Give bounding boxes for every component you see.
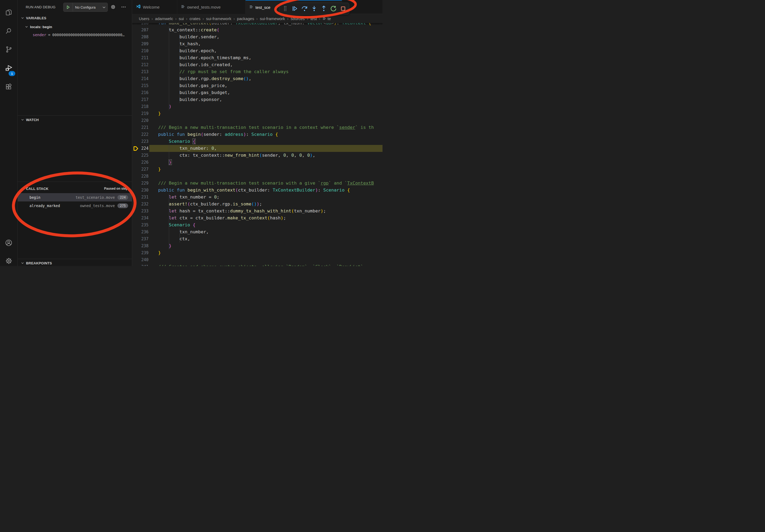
breadcrumb-item[interactable]: sui-framework — [206, 16, 231, 21]
move-file-icon — [181, 5, 185, 10]
line-number[interactable]: 226 — [132, 159, 149, 166]
line-number[interactable]: 238 — [132, 242, 149, 249]
variable-value: 0000000000000000000000000000000… — [52, 33, 125, 37]
sidebar-item-source-control[interactable] — [0, 43, 17, 57]
code-line: 225 ctx: tx_context::new_from_hint(sende… — [132, 152, 382, 159]
start-debug-button[interactable] — [64, 3, 73, 12]
line-number[interactable]: 211 — [132, 54, 149, 61]
restart-button[interactable] — [329, 4, 338, 13]
code-line: 228 — [132, 173, 382, 180]
code-line: 214 builder.rgp.destroy_some(), — [132, 75, 382, 82]
line-content: builder.rgp.destroy_some(), — [149, 75, 252, 82]
line-number[interactable]: 237 — [132, 235, 149, 242]
section-variables[interactable]: VARIABLES — [18, 15, 132, 21]
line-number[interactable]: 225 — [132, 152, 149, 159]
line-number[interactable]: 213 — [132, 68, 149, 75]
line-number[interactable]: 240 — [132, 256, 149, 263]
line-content: /// Begin a new multi-transaction test s… — [149, 180, 374, 187]
search-icon — [5, 27, 12, 36]
code-line: 211 builder.epoch_timestamp_ms, — [132, 54, 382, 61]
line-content: /// Begin a new multi-transaction test s… — [149, 124, 374, 131]
continue-button[interactable] — [291, 4, 299, 13]
line-number[interactable]: 220 — [132, 117, 149, 124]
line-number[interactable]: 230 — [132, 187, 149, 194]
call-stack-frame[interactable]: already_marked owned_tests.move 275 — [18, 201, 132, 210]
code-line: 220 — [132, 117, 382, 124]
step-over-button[interactable] — [300, 4, 309, 13]
section-breakpoints[interactable]: BREAKPOINTS — [18, 260, 132, 266]
section-call-stack[interactable]: CALL STACK Paused on step — [18, 185, 132, 192]
sidebar-item-explorer[interactable] — [0, 6, 17, 20]
frame-line-badge: 224 — [117, 195, 128, 200]
line-number[interactable]: 222 — [132, 131, 149, 138]
line-number[interactable]: 217 — [132, 96, 149, 103]
line-number[interactable]: 236 — [132, 228, 149, 235]
debug-settings-button[interactable] — [110, 4, 116, 10]
sidebar-item-search[interactable] — [0, 24, 17, 38]
line-number[interactable]: 228 — [132, 173, 149, 180]
line-number[interactable]: 232 — [132, 201, 149, 208]
debug-config-dropdown[interactable]: No Configura — [63, 3, 108, 12]
breadcrumb-separator: › — [319, 16, 320, 21]
breadcrumb-item[interactable]: test — [311, 16, 317, 21]
step-out-button[interactable] — [320, 4, 328, 13]
settings-button[interactable] — [0, 254, 17, 266]
code-line: 234 let ctx = ctx_builder.make_tx_contex… — [132, 215, 382, 221]
code-line: 219} — [132, 110, 382, 117]
line-number[interactable]: 229 — [132, 180, 149, 187]
line-content: // rgp must be set from the caller alway… — [149, 68, 289, 75]
line-number[interactable]: 207 — [132, 27, 149, 34]
code-line: 239} — [132, 249, 382, 256]
breadcrumb-item[interactable]: sui — [179, 16, 184, 21]
section-watch[interactable]: WATCH — [18, 117, 132, 123]
variable-name: sender — [33, 33, 46, 37]
line-number[interactable]: 210 — [132, 47, 149, 54]
toolbar-drag-handle[interactable] — [281, 4, 290, 13]
line-number[interactable]: 208 — [132, 34, 149, 40]
line-number[interactable]: 212 — [132, 61, 149, 68]
line-number[interactable]: 231 — [132, 194, 149, 201]
line-content: let hash = tx_context::dummy_tx_hash_wit… — [149, 208, 326, 215]
debug-stop-icon — [340, 5, 346, 12]
line-number[interactable]: 215 — [132, 82, 149, 89]
line-number[interactable]: 241 — [132, 263, 149, 266]
line-number[interactable]: 216 — [132, 89, 149, 96]
call-stack-frame[interactable]: begin test_scenario.move 224 — [18, 193, 132, 201]
line-number[interactable]: 214 — [132, 75, 149, 82]
breadcrumb-item[interactable]: sources — [291, 16, 305, 21]
code-line: 221/// Begin a new multi-transaction tes… — [132, 124, 382, 131]
line-number[interactable]: 235 — [132, 221, 149, 228]
views-more-actions-button[interactable] — [121, 4, 127, 10]
variable-row[interactable]: sender = 0000000000000000000000000000000… — [18, 31, 147, 38]
explorer-icon — [5, 9, 12, 17]
paused-on-step-icon — [133, 146, 139, 151]
line-number[interactable]: 233 — [132, 208, 149, 215]
tab-welcome[interactable]: Welcome — [132, 0, 177, 14]
move-file-icon — [249, 5, 253, 10]
tab-owned-tests[interactable]: owned_tests.move — [177, 0, 246, 14]
sidebar-item-extensions[interactable] — [0, 80, 17, 94]
line-number[interactable]: 209 — [132, 40, 149, 47]
breadcrumb-item[interactable]: packages — [237, 16, 254, 21]
account-button[interactable] — [0, 236, 17, 250]
line-number[interactable]: 227 — [132, 166, 149, 173]
line-number[interactable]: 221 — [132, 124, 149, 131]
step-into-button[interactable] — [310, 4, 319, 13]
line-number[interactable]: 219 — [132, 110, 149, 117]
breadcrumb-item[interactable]: sui-framework — [260, 16, 285, 21]
sidebar-item-run-and-debug[interactable]: 1 — [0, 62, 17, 76]
line-number[interactable]: 218 — [132, 103, 149, 110]
breadcrumb-separator: › — [152, 16, 153, 21]
breadcrumb-item[interactable]: Users — [139, 16, 149, 21]
code-editor[interactable]: 206fun make_tx_context(builder: TxContex… — [132, 23, 382, 266]
variables-scope-row[interactable]: locals: begin — [18, 23, 139, 30]
chevron-down-icon — [21, 16, 24, 20]
stop-button[interactable] — [339, 4, 348, 13]
line-number[interactable]: 223 — [132, 138, 149, 145]
breadcrumb-item[interactable]: crates — [190, 16, 201, 21]
line-number[interactable]: 234 — [132, 215, 149, 221]
pause-status: Paused on step — [104, 187, 128, 190]
line-number[interactable]: 239 — [132, 249, 149, 256]
breadcrumb-item[interactable]: adamwelc — [155, 16, 173, 21]
breadcrumb-item[interactable]: te — [323, 16, 331, 21]
